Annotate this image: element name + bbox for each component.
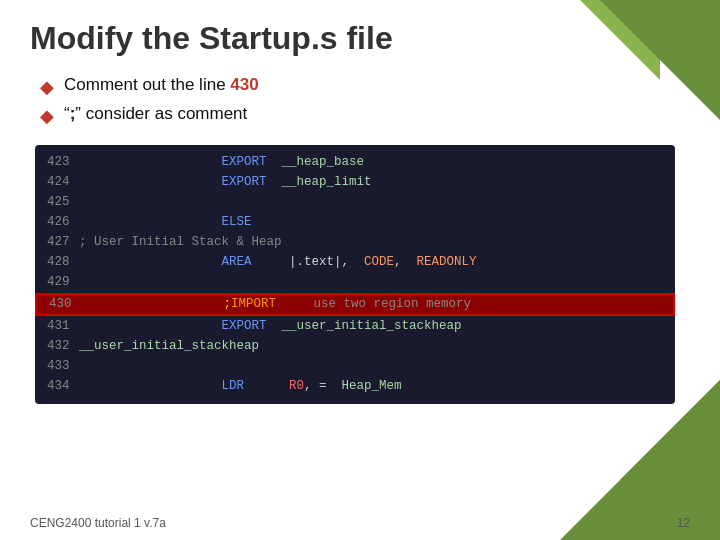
line-num-424: 424 xyxy=(47,173,79,192)
line-num-426: 426 xyxy=(47,213,79,232)
semicolon-highlight: ; xyxy=(70,104,76,123)
code-line-427: 427 ; User Initial Stack & Heap xyxy=(47,233,663,253)
line-content-424: EXPORT __heap_limit xyxy=(79,173,663,192)
line-content-429 xyxy=(79,273,663,292)
bullet-text-2: “;” consider as comment xyxy=(64,104,247,124)
line-num-423: 423 xyxy=(47,153,79,172)
bullet-item-1: ◆ Comment out the line 430 xyxy=(40,75,690,98)
line-content-428: AREA |.text|, CODE, READONLY xyxy=(79,253,663,272)
line-content-430: ;IMPORT use two region memory xyxy=(81,295,661,314)
line-num-428: 428 xyxy=(47,253,79,272)
line-content-432: __user_initial_stackheap xyxy=(79,337,663,356)
code-line-432: 432 __user_initial_stackheap xyxy=(47,336,663,356)
bullet-text-1: Comment out the line 430 xyxy=(64,75,259,95)
line-num-425: 425 xyxy=(47,193,79,212)
bullet-diamond-1: ◆ xyxy=(40,76,54,98)
code-line-434: 434 LDR R0, = Heap_Mem xyxy=(47,376,663,396)
line-content-433 xyxy=(79,357,663,376)
line-num-434: 434 xyxy=(47,377,79,396)
line-content-427: ; User Initial Stack & Heap xyxy=(79,233,663,252)
line-num-433: 433 xyxy=(47,357,79,376)
line-content-431: EXPORT __user_initial_stackheap xyxy=(79,317,663,336)
line-num-427: 427 xyxy=(47,233,79,252)
footer-left: CENG2400 tutorial 1 v.7a xyxy=(30,516,166,530)
code-line-426: 426 ELSE xyxy=(47,213,663,233)
line-content-425 xyxy=(79,193,663,212)
bullet-list: ◆ Comment out the line 430 ◆ “;” conside… xyxy=(40,75,690,127)
bullet-item-2: ◆ “;” consider as comment xyxy=(40,104,690,127)
footer-right: 12 xyxy=(677,516,690,530)
line-content-426: ELSE xyxy=(79,213,663,232)
line-content-434: LDR R0, = Heap_Mem xyxy=(79,377,663,396)
code-line-425: 425 xyxy=(47,193,663,213)
line-num-431: 431 xyxy=(47,317,79,336)
code-line-423: 423 EXPORT __heap_base xyxy=(47,153,663,173)
code-line-431: 431 EXPORT __user_initial_stackheap xyxy=(47,316,663,336)
bullet-diamond-2: ◆ xyxy=(40,105,54,127)
line-num-432: 432 xyxy=(47,337,79,356)
line-num-429: 429 xyxy=(47,273,79,292)
code-line-429: 429 xyxy=(47,273,663,293)
footer: CENG2400 tutorial 1 v.7a 12 xyxy=(30,516,690,530)
page-title: Modify the Startup.s file xyxy=(30,20,690,57)
code-line-430: 430 ;IMPORT use two region memory xyxy=(35,293,675,316)
line-number-highlight: 430 xyxy=(230,75,258,94)
line-content-423: EXPORT __heap_base xyxy=(79,153,663,172)
code-line-424: 424 EXPORT __heap_limit xyxy=(47,173,663,193)
line-num-430: 430 xyxy=(49,295,81,314)
code-block: 423 EXPORT __heap_base 424 EXPORT __heap… xyxy=(35,145,675,404)
code-line-433: 433 xyxy=(47,356,663,376)
code-line-428: 428 AREA |.text|, CODE, READONLY xyxy=(47,253,663,273)
